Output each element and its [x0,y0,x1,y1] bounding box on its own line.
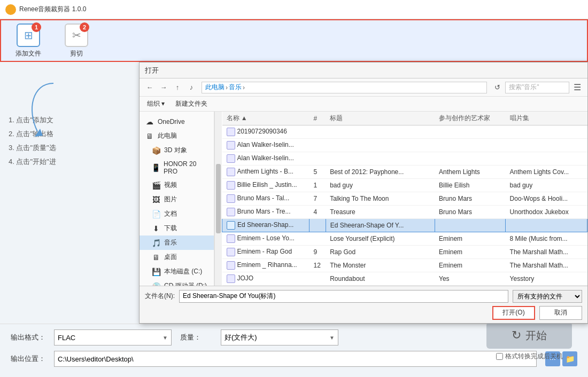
table-row[interactable]: Eminem _ Rihanna... 12 The Monster Emine… [222,259,587,272]
cancel-button[interactable]: 取消 [539,306,582,320]
file-icon [227,141,235,150]
main-content: 1. 点击"添加文 2. 点击"输出格 3. 点击"质量"选 4. 点击"开始"… [0,62,588,324]
cdrive-icon: 💾 [151,268,161,276]
table-row[interactable]: Eminem - Rap God 9 Rap God Eminem The Ma… [222,246,587,259]
table-row[interactable]: Alan Walker-Iselin... [222,152,587,166]
dialog-footer: 文件名(N): 所有支持的文件 打开(O) 取消 [140,286,587,323]
nav-refresh-button[interactable]: ↺ [491,82,503,93]
sidebar-label-pictures: 图片 [164,195,177,204]
nav-forward-button[interactable]: → [158,82,169,93]
file-title-cell: Lose Yourself (Explicit) [326,232,435,246]
format-dropdown-arrow: ▼ [163,335,168,341]
file-artist-cell: Bruno Mars [435,192,506,206]
sidebar-item-video[interactable]: 🎬 视频 [140,178,214,192]
file-album-cell [506,139,587,152]
table-row[interactable]: Billie Eilish _ Justin... 1 bad guy Bill… [222,179,587,192]
file-title-cell: Rap God [326,246,435,259]
app-title: Renee音频裁剪器 1.0.0 [19,5,86,14]
step1-text: 1. 点击"添加文 [9,113,133,127]
file-artist-cell: Yes [435,272,506,286]
quality-select[interactable]: 好(文件大) ▼ [221,329,338,345]
video-icon: 🎬 [151,181,161,190]
filetype-select[interactable]: 所有支持的文件 [513,290,582,303]
table-row[interactable]: Alan Walker-Iselin... [222,139,587,152]
file-name-cell: Anthem Lights - B... [222,166,310,179]
file-title-cell [326,152,435,166]
format-select[interactable]: FLAC ▼ [54,329,172,345]
file-name-cell: Billie Eilish _ Justin... [222,179,310,192]
nav-back-button[interactable]: ← [144,82,156,93]
ddrive-icon: 💿 [151,282,161,286]
cut-badge: 2 [80,22,89,32]
file-album-cell: 8 Mile (Music from... [506,232,587,246]
col-header-artist[interactable]: 参与创作的艺术家 [435,112,506,125]
sidebar-item-thispc[interactable]: 🖥 此电脑 [140,129,214,143]
file-title-cell: The Monster [326,259,435,272]
format-value: FLAC [58,334,75,342]
file-title-cell [326,125,435,139]
filename-input[interactable] [179,290,508,303]
sidebar-item-docs[interactable]: 📄 文档 [140,207,214,221]
file-title-cell: Roundabout [326,272,435,286]
sidebar-item-ddrive[interactable]: 💿 CD 驱动器 (D:) [140,279,214,286]
nav-search-box[interactable]: 搜索"音乐" [505,82,569,93]
col-header-album[interactable]: 唱片集 [506,112,587,125]
table-row[interactable]: Anthem Lights - B... 5 Best of 2012: Pay… [222,166,587,179]
sidebar-label-honor: HONOR 20 PRO [164,160,208,175]
sidebar-item-cdrive[interactable]: 💾 本地磁盘 (C:) [140,264,214,279]
open-button[interactable]: 打开(O) [492,306,535,320]
toolbar: ⊞ 1 添加文件 ✂ 2 剪切 [0,19,588,62]
title-bar: Renee音频裁剪器 1.0.0 [0,0,588,19]
shutdown-checkbox[interactable] [496,353,503,360]
file-icon [227,248,235,256]
file-icon [227,154,235,163]
sidebar-label-onedrive: OneDrive [158,118,185,125]
nav-breadcrumb[interactable]: 此电脑 › 音乐 › [202,82,487,93]
file-num-cell: 5 [310,166,326,179]
col-header-title[interactable]: 标题 [326,112,435,125]
sidebar-item-onedrive[interactable]: ☁ OneDrive [140,115,214,129]
new-folder-button[interactable]: 新建文件夹 [172,98,211,109]
nav-up-button[interactable]: ↑ [172,82,183,93]
cut-button[interactable]: ✂ 2 剪切 [58,23,95,58]
quality-label: 质量： [180,333,212,342]
add-file-button[interactable]: ⊞ 1 添加文件 [10,23,47,58]
step4-text: 4. 点击"开始"进 [9,155,133,169]
file-icon [227,274,235,283]
table-row[interactable]: Ed Sheeran-Shap... Ed Sheeran-Shape Of Y… [222,219,587,232]
table-row[interactable]: 20190729090346 [222,125,587,139]
filename-row: 文件名(N): 所有支持的文件 [145,290,582,303]
table-row[interactable]: Bruno Mars - Tal... 7 Talking To The Moo… [222,192,587,206]
start-button[interactable]: ↻ 开始 [486,322,572,349]
sidebar-item-downloads[interactable]: ⬇ 下载 [140,221,214,235]
sidebar-scrollbar[interactable] [214,112,222,286]
view-options-button[interactable]: ☰ [571,82,583,93]
left-panel: 1. 点击"添加文 2. 点击"输出格 3. 点击"质量"选 4. 点击"开始"… [0,62,142,324]
sidebar-item-3d[interactable]: 📦 3D 对象 [140,143,214,158]
breadcrumb-music[interactable]: 音乐 [229,83,242,92]
sidebar-item-pictures[interactable]: 🖼 图片 [140,192,214,207]
sidebar-label-3d: 3D 对象 [164,146,187,155]
file-title-cell: Treasure [326,206,435,219]
sidebar-item-honor[interactable]: 📱 HONOR 20 PRO [140,158,214,178]
file-title-cell: bad guy [326,179,435,192]
organize-button[interactable]: 组织 ▾ [144,98,168,109]
file-album-cell: The Marshall Math... [506,259,587,272]
file-name-cell: Eminem - Rap God [222,246,310,259]
file-num-cell: 4 [310,206,326,219]
table-row[interactable]: JOJO Roundabout Yes Yesstory [222,272,587,286]
col-header-num[interactable]: # [310,112,326,125]
file-artist-cell: Eminem [435,246,506,259]
sidebar-item-desktop[interactable]: 🖥 桌面 [140,250,214,264]
sidebar-item-music[interactable]: 🎵 音乐 [140,235,214,250]
file-icon [227,194,235,203]
table-row[interactable]: Eminem - Lose Yo... Lose Yourself (Expli… [222,232,587,246]
file-sidebar: ☁ OneDrive 🖥 此电脑 📦 3D 对象 📱 HONOR 20 PRO [140,112,214,286]
sidebar-label-desktop: 桌面 [164,253,177,262]
breadcrumb-pc[interactable]: 此电脑 [205,83,225,92]
cut-icon: ✂ 2 [65,23,88,47]
table-row[interactable]: Bruno Mars - Tre... 4 Treasure Bruno Mar… [222,206,587,219]
dialog-body: ☁ OneDrive 🖥 此电脑 📦 3D 对象 📱 HONOR 20 PRO [140,112,587,286]
quality-dropdown-arrow: ▼ [329,335,335,341]
col-header-name[interactable]: 名称 ▲ [222,112,310,125]
